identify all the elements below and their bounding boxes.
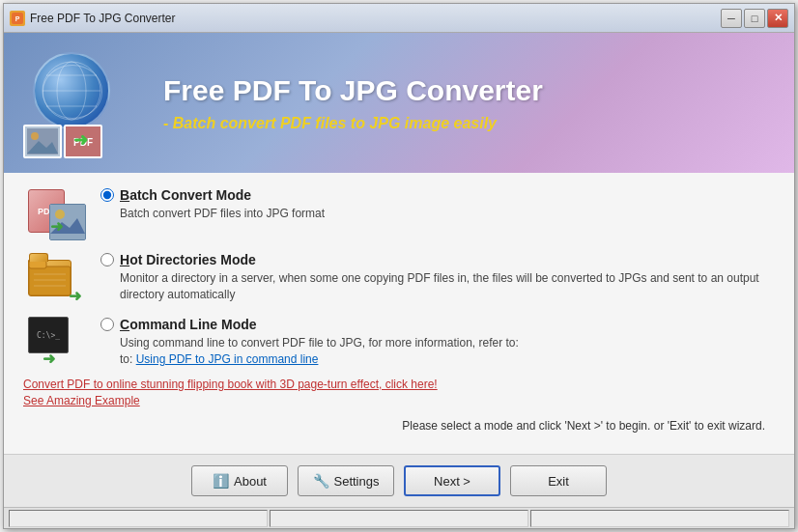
window-title: Free PDF To JPG Converter — [30, 12, 721, 25]
batch-mode-name: Batch Convert Mode — [120, 187, 251, 203]
hot-mode-desc: Monitor a directory in a server, when so… — [120, 270, 775, 303]
svg-point-9 — [31, 132, 39, 140]
cmd-radio[interactable] — [100, 318, 114, 331]
footer-toolbar: ℹ️ About 🔧 Settings Next > Exit — [4, 454, 794, 507]
svg-point-3 — [57, 62, 86, 120]
svg-point-2 — [43, 62, 100, 120]
batch-mode-icon: PDF ➜ — [23, 187, 86, 240]
cmd-mode-item: C:\>_ ➜ Command Line Mode Using command … — [23, 317, 775, 370]
globe-icon — [33, 52, 110, 129]
window-controls: ─ □ ✕ — [721, 9, 788, 28]
about-button[interactable]: ℹ️ About — [191, 465, 288, 496]
terminal-icon: C:\>_ — [28, 317, 69, 353]
hot-mode-name: Hot Directories Mode — [120, 252, 256, 267]
main-window: P Free PDF To JPG Converter ─ □ ✕ — [3, 3, 795, 529]
cmd-link-prefix: to: — [120, 352, 136, 366]
svg-text:P: P — [15, 15, 20, 22]
close-button[interactable]: ✕ — [767, 9, 788, 28]
hot-radio-row[interactable]: Hot Directories Mode — [100, 252, 775, 267]
next-label: Next > — [434, 474, 470, 489]
exit-button[interactable]: Exit — [510, 465, 607, 496]
hot-radio[interactable] — [100, 253, 114, 266]
titlebar: P Free PDF To JPG Converter ─ □ ✕ — [4, 4, 794, 33]
cmd-line-link[interactable]: Using PDF to JPG in command line — [136, 352, 319, 366]
status-segment-1 — [9, 510, 268, 527]
batch-radio[interactable] — [100, 188, 114, 202]
next-button[interactable]: Next > — [404, 465, 500, 496]
status-message: Please select a mode and click 'Next >' … — [23, 415, 775, 436]
main-content: PDF ➜ Batch Convert Mode Batch convert P… — [4, 173, 794, 454]
cmd-radio-row[interactable]: Command Line Mode — [100, 317, 775, 332]
hot-arrow-icon: ➜ — [69, 287, 81, 305]
cmd-mode-label: Command Line Mode Using command line to … — [100, 317, 775, 368]
app-icon: P — [10, 11, 25, 26]
sample-photos: PDF — [23, 125, 102, 158]
settings-label: Settings — [334, 474, 380, 489]
promo-links: Convert PDF to online stunning flipping … — [23, 378, 775, 407]
status-segment-3 — [530, 510, 789, 527]
settings-button[interactable]: 🔧 Settings — [298, 465, 394, 496]
app-logo: PDF ➜ — [23, 47, 149, 158]
header-banner: PDF ➜ Free PDF To JPG Converter - Batch … — [4, 33, 794, 173]
cmd-mode-name: Command Line Mode — [120, 317, 257, 332]
hot-mode-label: Hot Directories Mode Monitor a directory… — [100, 252, 775, 303]
header-text-block: Free PDF To JPG Converter - Batch conver… — [163, 74, 543, 132]
batch-mode-desc: Batch convert PDF files into JPG format — [120, 206, 775, 222]
batch-radio-row[interactable]: Batch Convert Mode — [100, 187, 775, 203]
hot-mode-item: ➜ Hot Directories Mode Monitor a directo… — [23, 252, 775, 305]
cmd-arrow-icon: ➜ — [43, 350, 55, 368]
app-title: Free PDF To JPG Converter — [163, 74, 543, 107]
app-subtitle: - Batch convert PDF files to JPG image e… — [163, 115, 543, 132]
status-bar — [4, 507, 794, 528]
hot-mode-icon: ➜ — [23, 252, 86, 305]
svg-rect-17 — [29, 261, 46, 268]
flip-book-link[interactable]: Convert PDF to online stunning flipping … — [23, 378, 775, 391]
exit-label: Exit — [548, 474, 569, 489]
sample-photo-1 — [23, 125, 62, 158]
status-segment-2 — [270, 510, 528, 527]
about-icon: ℹ️ — [213, 473, 229, 489]
batch-arrow-icon: ➜ — [50, 217, 63, 236]
arrow-icon: ➜ — [73, 129, 88, 151]
svg-rect-16 — [29, 266, 71, 295]
batch-mode-label: Batch Convert Mode Batch convert PDF fil… — [100, 187, 775, 222]
minimize-button[interactable]: ─ — [721, 9, 742, 28]
maximize-button[interactable]: □ — [744, 9, 765, 28]
about-label: About — [234, 474, 267, 489]
cmd-mode-icon: C:\>_ ➜ — [23, 317, 86, 370]
batch-mode-item: PDF ➜ Batch Convert Mode Batch convert P… — [23, 187, 775, 240]
example-link[interactable]: See Amazing Example — [23, 394, 775, 407]
settings-icon: 🔧 — [313, 473, 329, 489]
cmd-mode-desc: Using command line to convert PDF file t… — [120, 335, 775, 368]
folder-icon — [28, 260, 71, 296]
